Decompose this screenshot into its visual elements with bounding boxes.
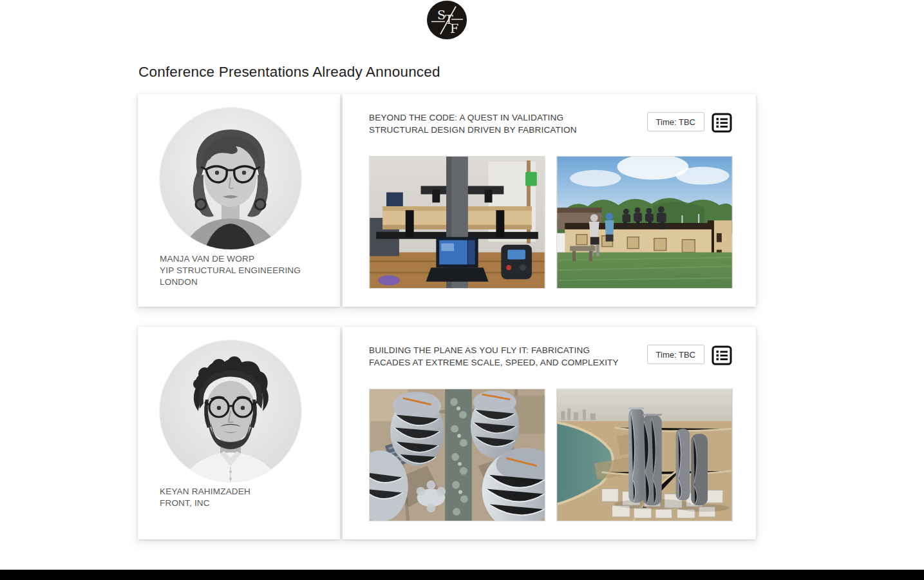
portrait-man-icon [160,340,301,482]
presentation-card: KEYAN RAHIMZADEH FRONT, INC BUILDING THE… [138,327,756,539]
speaker-company: FRONT, INC [160,498,340,509]
speaker-company: YIP STRUCTURAL ENGINEERING [160,265,340,276]
agenda-list-icon[interactable] [711,112,733,133]
svg-text:F: F [450,21,458,35]
footer-bar [0,570,924,580]
presentation-photo-outdoor-assembly[interactable] [556,156,733,289]
speaker-info: KEYAN RAHIMZADEH FRONT, INC [160,486,340,509]
speaker-name: MANJA VAN DE WORP [160,253,340,265]
presentation-photo-twisting-towers[interactable] [369,389,545,521]
stf-logo-icon: S T F [427,1,467,39]
presentation-panel: BEYOND THE CODE: A QUEST IN VALIDATING S… [343,94,756,307]
presentation-title: BUILDING THE PLANE AS YOU FLY IT: FABRIC… [369,345,619,369]
presentation-photo-lab-test-rig[interactable] [369,156,545,289]
agenda-list-icon[interactable] [711,345,733,366]
speaker-panel: MANJA VAN DE WORP YIP STRUCTURAL ENGINEE… [138,94,340,307]
speaker-portrait [160,108,301,249]
stf-logo[interactable]: S T F [427,1,467,39]
time-tbc-button[interactable]: Time: TBC [647,345,704,364]
presentation-title: BEYOND THE CODE: A QUEST IN VALIDATING S… [369,112,577,136]
presentation-panel: BUILDING THE PLANE AS YOU FLY IT: FABRIC… [343,327,756,539]
portrait-woman-icon [160,108,301,249]
presentation-card: MANJA VAN DE WORP YIP STRUCTURAL ENGINEE… [138,94,756,307]
speaker-name: KEYAN RAHIMZADEH [160,486,340,498]
presentation-photo-coastal-towers[interactable] [556,389,733,521]
time-tbc-button[interactable]: Time: TBC [647,112,704,131]
speaker-panel: KEYAN RAHIMZADEH FRONT, INC [138,327,340,539]
speaker-info: MANJA VAN DE WORP YIP STRUCTURAL ENGINEE… [160,253,340,288]
speaker-location: LONDON [160,276,340,288]
speaker-portrait [160,340,301,482]
page-title: Conference Presentations Already Announc… [138,64,440,81]
